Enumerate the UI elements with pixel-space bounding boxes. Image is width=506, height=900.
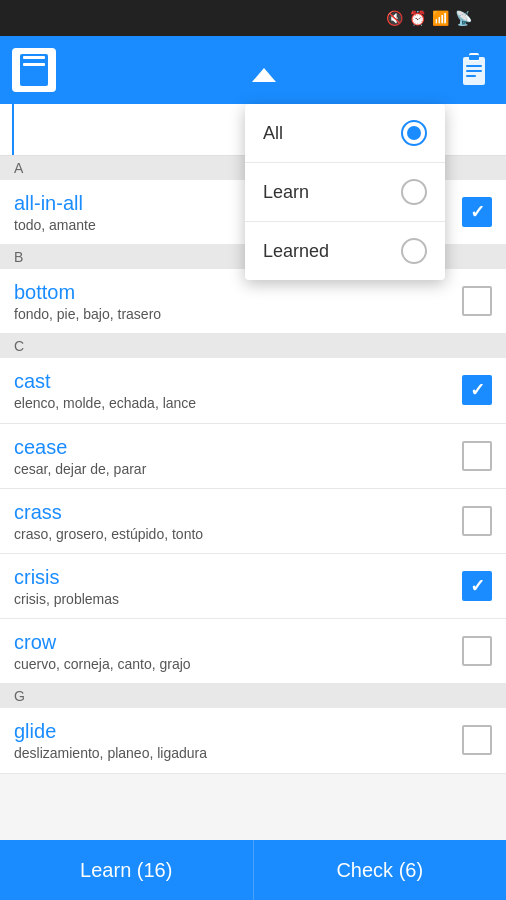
filter-dropdown[interactable]: AllLearnLearned [245, 104, 445, 280]
word-text-block: bottomfondo, pie, bajo, trasero [14, 279, 462, 323]
word-checkbox[interactable] [462, 286, 492, 316]
app-logo [12, 48, 56, 92]
word-translation: cesar, dejar de, parar [14, 460, 462, 478]
status-icons: 🔇 ⏰ 📶 📡 [12, 10, 478, 26]
dropdown-arrow [252, 68, 276, 82]
signal-icon: 📡 [455, 10, 472, 26]
list-item[interactable]: crisiscrisis, problemas [0, 554, 506, 619]
wifi-icon: 📶 [432, 10, 449, 26]
list-item[interactable]: crasscraso, grosero, estúpido, tonto [0, 489, 506, 554]
bottom-bar: Learn (16) Check (6) [0, 840, 506, 900]
clipboard-icon [459, 53, 489, 87]
word-translation: cuervo, corneja, canto, grajo [14, 655, 462, 673]
svg-rect-4 [466, 70, 482, 72]
word-title: crisis [14, 564, 462, 590]
app-logo-icon [20, 54, 48, 86]
learn-button[interactable]: Learn (16) [0, 840, 254, 900]
word-checkbox[interactable] [462, 441, 492, 471]
word-translation: elenco, molde, echada, lance [14, 394, 462, 412]
word-title: glide [14, 718, 462, 744]
word-checkbox[interactable] [462, 636, 492, 666]
list-item[interactable]: ceasecesar, dejar de, parar [0, 424, 506, 489]
dropdown-item-label: All [263, 123, 401, 144]
word-translation: crisis, problemas [14, 590, 462, 608]
check-button[interactable]: Check (6) [254, 840, 507, 900]
list-item[interactable]: glidedeslizamiento, planeo, ligadura [0, 708, 506, 773]
alarm-icon: ⏰ [409, 10, 426, 26]
word-checkbox[interactable] [462, 571, 492, 601]
dropdown-item-label: Learned [263, 241, 401, 262]
word-checkbox[interactable] [462, 375, 492, 405]
word-checkbox[interactable] [462, 725, 492, 755]
word-translation: craso, grosero, estúpido, tonto [14, 525, 462, 543]
word-title: crow [14, 629, 462, 655]
word-translation: fondo, pie, bajo, trasero [14, 305, 462, 323]
word-checkbox[interactable] [462, 506, 492, 536]
word-text-block: crowcuervo, corneja, canto, grajo [14, 629, 462, 673]
section-header-c: C [0, 334, 506, 358]
dropdown-item-learned[interactable]: Learned [245, 222, 445, 280]
clipboard-button[interactable] [454, 50, 494, 90]
radio-button[interactable] [401, 179, 427, 205]
word-title: bottom [14, 279, 462, 305]
word-translation: deslizamiento, planeo, ligadura [14, 744, 462, 762]
list-item[interactable]: crowcuervo, corneja, canto, grajo [0, 619, 506, 684]
word-text-block: glidedeslizamiento, planeo, ligadura [14, 718, 462, 762]
status-bar: 🔇 ⏰ 📶 📡 [0, 0, 506, 36]
list-item[interactable]: castelenco, molde, echada, lance [0, 358, 506, 423]
dropdown-item-learn[interactable]: Learn [245, 163, 445, 222]
word-text-block: crasscraso, grosero, estúpido, tonto [14, 499, 462, 543]
word-text-block: crisiscrisis, problemas [14, 564, 462, 608]
svg-rect-2 [469, 55, 479, 60]
svg-rect-5 [466, 75, 476, 77]
word-title: cast [14, 368, 462, 394]
word-text-block: ceasecesar, dejar de, parar [14, 434, 462, 478]
radio-button[interactable] [401, 238, 427, 264]
word-title: cease [14, 434, 462, 460]
mute-icon: 🔇 [386, 10, 403, 26]
word-text-block: castelenco, molde, echada, lance [14, 368, 462, 412]
dropdown-item-label: Learn [263, 182, 401, 203]
word-checkbox[interactable] [462, 197, 492, 227]
word-title: crass [14, 499, 462, 525]
svg-rect-3 [466, 65, 482, 67]
dropdown-item-all[interactable]: All [245, 104, 445, 163]
radio-button[interactable] [401, 120, 427, 146]
section-header-g: G [0, 684, 506, 708]
